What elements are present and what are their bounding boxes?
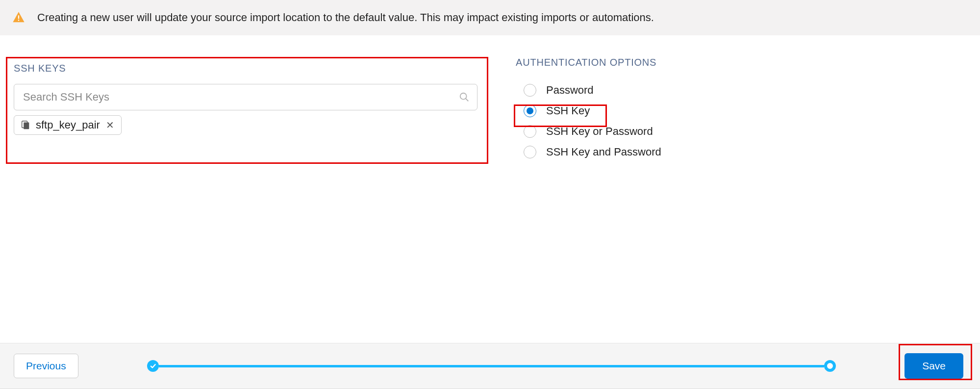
svg-point-2 (460, 93, 467, 100)
ssh-keys-section-label: SSH KEYS (14, 63, 482, 74)
radio-icon (524, 84, 536, 97)
wizard-footer: Previous Save (0, 343, 980, 389)
radio-icon (524, 125, 536, 138)
previous-button[interactable]: Previous (14, 354, 78, 378)
save-button[interactable]: Save (905, 353, 963, 379)
progress-line (159, 365, 824, 367)
svg-rect-1 (18, 20, 19, 21)
radio-label: Password (546, 84, 594, 97)
radio-icon (524, 146, 536, 158)
radio-label: SSH Key (546, 104, 590, 117)
wizard-progress (78, 360, 905, 372)
copy-icon (20, 120, 31, 130)
search-icon (459, 92, 470, 103)
ssh-key-chip: sftp_key_pair ✕ (14, 115, 122, 135)
auth-option-ssh-key-and-password[interactable]: SSH Key and Password (524, 142, 980, 162)
auth-option-password[interactable]: Password (524, 80, 980, 101)
ssh-keys-search-input[interactable] (14, 84, 477, 110)
radio-label: SSH Key and Password (546, 146, 661, 158)
svg-rect-0 (18, 15, 19, 19)
auth-options-radio-group: Password SSH Key SSH Key or Password SSH… (516, 78, 980, 162)
alert-text: Creating a new user will update your sou… (37, 11, 654, 24)
radio-label: SSH Key or Password (546, 125, 653, 138)
auth-options-section-label: AUTHENTICATION OPTIONS (516, 57, 980, 68)
radio-icon (524, 104, 536, 117)
svg-line-3 (466, 99, 469, 102)
auth-option-ssh-key[interactable]: SSH Key (524, 101, 980, 121)
ssh-key-chip-remove-button[interactable]: ✕ (105, 119, 115, 131)
warning-icon (12, 11, 25, 25)
auth-option-ssh-key-or-password[interactable]: SSH Key or Password (524, 121, 980, 142)
ssh-key-chip-label: sftp_key_pair (36, 119, 100, 131)
step-done-icon (147, 360, 159, 372)
close-icon: ✕ (106, 120, 114, 130)
step-current-icon (824, 360, 836, 372)
alert-banner: Creating a new user will update your sou… (0, 0, 980, 35)
